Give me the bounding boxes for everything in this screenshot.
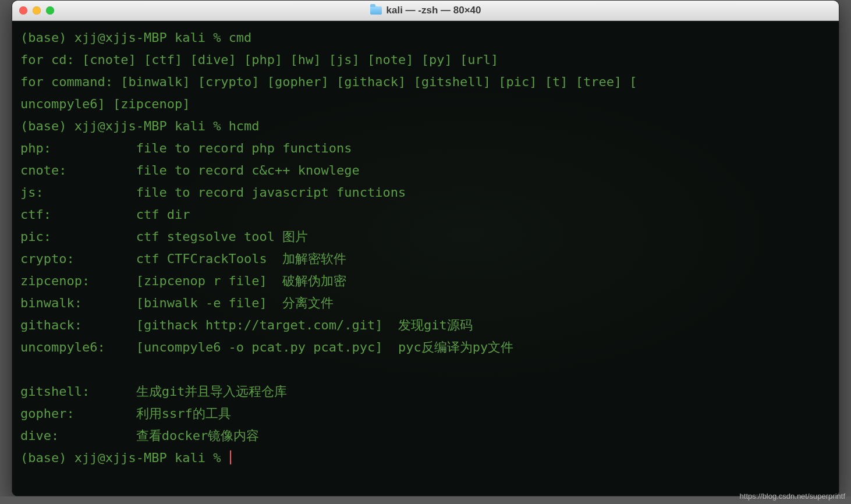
help-line: cnote: file to record c&c++ knowlege: [20, 163, 360, 178]
prompt-line-1: (base) xjj@xjjs-MBP kali % cmd: [20, 30, 251, 45]
help-line: gitshell: 生成git并且导入远程仓库: [20, 384, 287, 399]
help-line: zipcenop: [zipcenop r file] 破解伪加密: [20, 274, 346, 288]
watermark-text: https://blog.csdn.net/superprintf: [740, 492, 845, 496]
cursor-icon: [230, 450, 231, 464]
prompt-line-2: (base) xjj@xjjs-MBP kali % hcmd: [20, 119, 260, 133]
help-line: pic: ctf stegsolve tool 图片: [20, 229, 308, 244]
help-line: dive: 查看docker镜像内容: [20, 428, 259, 443]
titlebar[interactable]: kali — -zsh — 80×40: [12, 1, 839, 21]
terminal-window: kali — -zsh — 80×40 (base) xjj@xjjs-MBP …: [12, 0, 839, 496]
prompt-line-3: (base) xjj@xjjs-MBP kali %: [20, 450, 231, 465]
output-for-cd: for cd: [cnote] [ctf] [dive] [php] [hw] …: [20, 52, 498, 67]
output-for-command-1: for command: [binwalk] [crypto] [gopher]…: [20, 74, 637, 89]
maximize-icon[interactable]: [46, 6, 54, 15]
help-line: uncompyle6: [uncompyle6 -o pcat.py pcat.…: [20, 340, 513, 354]
title-text: kali — -zsh — 80×40: [387, 1, 481, 20]
window-controls: [19, 6, 54, 15]
help-line: githack: [githack http://target.com/.git…: [20, 318, 473, 332]
output-for-command-2: uncompyle6] [zipcenop]: [20, 97, 190, 111]
folder-icon: [370, 6, 382, 15]
close-icon[interactable]: [19, 6, 27, 15]
window-title: kali — -zsh — 80×40: [12, 1, 839, 20]
help-line: ctf: ctf dir: [20, 207, 190, 222]
help-line: binwalk: [binwalk -e file] 分离文件: [20, 296, 334, 310]
terminal-body[interactable]: (base) xjj@xjjs-MBP kali % cmd for cd: […: [12, 21, 839, 496]
help-line: js: file to record javascript functions: [20, 185, 406, 200]
minimize-icon[interactable]: [33, 6, 41, 15]
help-line: gopher: 利用ssrf的工具: [20, 406, 231, 421]
help-line: php: file to record php functions: [20, 141, 352, 155]
help-line: crypto: ctf CTFCrackTools 加解密软件: [20, 251, 346, 266]
